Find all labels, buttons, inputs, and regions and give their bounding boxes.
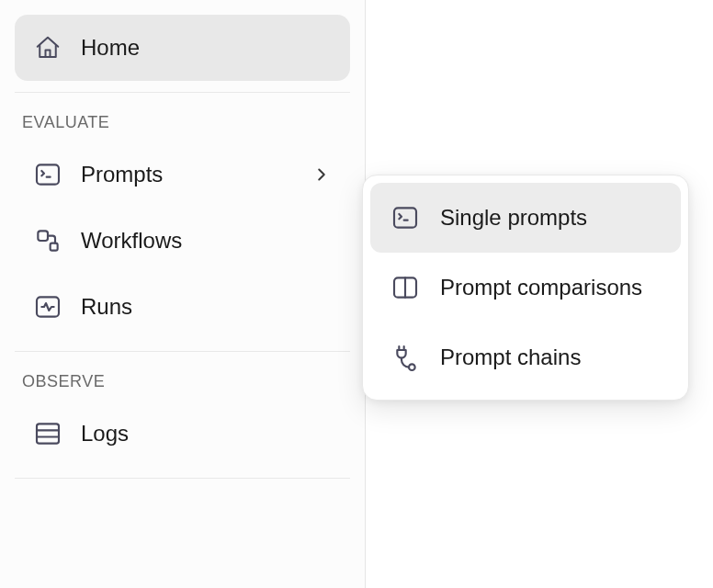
- svg-rect-6: [37, 424, 59, 443]
- sidebar-item-workflows[interactable]: Workflows: [15, 208, 350, 274]
- divider: [15, 92, 350, 93]
- svg-rect-9: [394, 208, 416, 227]
- sidebar-item-label: Workflows: [81, 228, 182, 254]
- terminal-icon: [33, 160, 62, 189]
- chevron-right-icon: [311, 164, 332, 185]
- sidebar-item-label: Prompts: [81, 162, 163, 187]
- section-header-observe: OBSERVE: [15, 357, 350, 401]
- svg-rect-4: [51, 243, 58, 251]
- sidebar-item-home[interactable]: Home: [15, 15, 350, 81]
- terminal-icon: [390, 203, 420, 232]
- activity-icon: [33, 292, 62, 322]
- sidebar-item-prompts[interactable]: Prompts: [15, 141, 350, 208]
- sidebar-item-label: Home: [81, 35, 140, 61]
- divider: [15, 478, 350, 479]
- chain-plug-icon: [390, 343, 420, 372]
- divider: [15, 351, 350, 352]
- sidebar: Home EVALUATE Prompts Workflows: [0, 0, 366, 588]
- columns-icon: [390, 273, 420, 302]
- submenu-item-single-prompts[interactable]: Single prompts: [370, 183, 681, 253]
- svg-point-13: [409, 364, 415, 370]
- logs-icon: [33, 419, 62, 448]
- workflows-icon: [33, 226, 62, 255]
- sidebar-item-label: Logs: [81, 421, 129, 447]
- prompts-submenu: Single prompts Prompt comparisons Prompt…: [362, 175, 689, 401]
- svg-rect-0: [46, 51, 51, 58]
- sidebar-item-logs[interactable]: Logs: [15, 401, 350, 467]
- submenu-item-prompt-comparisons[interactable]: Prompt comparisons: [370, 253, 681, 322]
- submenu-item-prompt-chains[interactable]: Prompt chains: [370, 322, 681, 392]
- svg-rect-3: [38, 231, 48, 241]
- submenu-item-label: Single prompts: [440, 205, 587, 231]
- submenu-item-label: Prompt comparisons: [440, 275, 642, 300]
- sidebar-item-label: Runs: [81, 294, 132, 320]
- section-header-evaluate: EVALUATE: [15, 98, 350, 141]
- svg-rect-1: [37, 164, 59, 184]
- sidebar-item-runs[interactable]: Runs: [15, 274, 350, 340]
- submenu-item-label: Prompt chains: [440, 345, 581, 370]
- home-icon: [33, 33, 62, 62]
